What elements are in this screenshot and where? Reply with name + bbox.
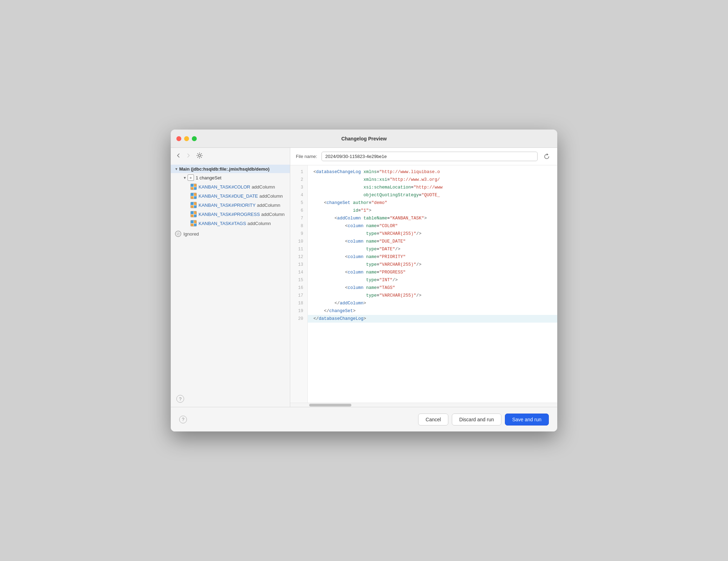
list-item[interactable]: KANBAN_TASK#TAGS addColumn [171,219,290,228]
expand-arrow-changeset: ▼ [182,175,188,180]
column-icon [190,202,197,208]
tree-container: ▼ Main (jdbc:hsqldb:file:.jmix/hsqldb/de… [171,163,290,391]
code-line: id="1"> [308,207,557,214]
ignored-section: ⊘ Ignored [171,228,290,240]
refresh-icon[interactable] [542,152,552,161]
bottom-bar: ? Cancel Discard and run Save and run [171,407,557,431]
code-line: type="DATE"/> [308,245,557,253]
code-line: type="VARCHAR(255)"/> [308,292,557,299]
help-button[interactable]: ? [179,416,187,423]
column-icon [190,184,197,190]
code-line: objectQuotingStrategy="QUOTE_ [308,191,557,199]
code-line: xsi:schemaLocation="http://www [308,184,557,191]
code-content[interactable]: <databaseChangeLog xmlns="http://www.liq… [308,165,557,403]
changeset-label: 1 changeSet [196,175,221,180]
changeset-icon: ≡ [188,174,194,181]
discard-and-run-button[interactable]: Discard and run [452,414,501,425]
left-bottom: ? [171,391,290,407]
scrollbar-thumb[interactable] [309,404,351,407]
toolbar [171,148,290,163]
back-icon[interactable] [175,152,182,159]
ignored-label: Ignored [183,231,199,237]
code-line: type="INT"/> [308,276,557,284]
root-label: Main (jdbc:hsqldb:file:.jmix/hsqldb/demo… [179,166,269,172]
code-line: <changeSet author="demo" [308,199,557,207]
horizontal-scrollbar[interactable] [290,403,557,407]
maximize-button[interactable] [192,136,197,141]
file-name-bar: File name: [290,148,557,165]
save-and-run-button[interactable]: Save and run [505,414,549,425]
code-line: </addColumn> [308,299,557,307]
bottom-left-area: ? [179,416,187,423]
list-item[interactable]: KANBAN_TASK#PROGRESS addColumn [171,210,290,219]
code-line: <column name="TAGS" [308,284,557,292]
code-line: <column name="COLOR" [308,222,557,230]
ignored-icon: ⊘ [175,231,181,237]
code-line: <databaseChangeLog xmlns="http://www.liq… [308,168,557,176]
close-button[interactable] [176,136,181,141]
minimize-button[interactable] [184,136,189,141]
content-area: ▼ Main (jdbc:hsqldb:file:.jmix/hsqldb/de… [171,148,557,407]
list-item[interactable]: KANBAN_TASK#DUE_DATE addColumn [171,191,290,200]
column-icon [190,220,197,226]
help-icon[interactable]: ? [176,395,184,403]
cancel-button[interactable]: Cancel [418,414,448,425]
main-window: Changelog Preview [171,130,557,431]
left-panel: ▼ Main (jdbc:hsqldb:file:.jmix/hsqldb/de… [171,148,290,407]
code-line: <addColumn tableName="KANBAN_TASK"> [308,214,557,222]
list-item[interactable]: KANBAN_TASK#PRIORITY addColumn [171,200,290,210]
code-line: </databaseChangeLog> [308,315,557,323]
file-name-label: File name: [296,154,317,159]
tree-root[interactable]: ▼ Main (jdbc:hsqldb:file:.jmix/hsqldb/de… [171,165,290,173]
code-area: 1 2 3 4 5 6 7 8 9 10 11 12 13 14 15 16 1 [290,165,557,403]
svg-point-0 [199,154,201,157]
right-panel: File name: 1 2 3 4 5 6 7 [290,148,557,407]
tree-changeset[interactable]: ▼ ≡ 1 changeSet [171,173,290,182]
line-numbers: 1 2 3 4 5 6 7 8 9 10 11 12 13 14 15 16 1 [290,165,308,403]
file-name-input[interactable] [321,152,538,161]
code-line: xmlns:xsi="http://www.w3.org/ [308,176,557,184]
code-line: <column name="PROGRESS" [308,269,557,276]
code-line: type="VARCHAR(255)"/> [308,261,557,269]
column-icon [190,193,197,199]
code-line: type="VARCHAR(255)"/> [308,230,557,238]
list-item[interactable]: KANBAN_TASK#COLOR addColumn [171,182,290,191]
code-line: </changeSet> [308,307,557,315]
forward-icon[interactable] [186,152,193,159]
window-title: Changelog Preview [341,136,386,141]
code-line: <column name="DUE_DATE" [308,238,557,245]
traffic-lights [176,136,197,141]
code-line: <column name="PRIORITY" [308,253,557,261]
expand-arrow-root: ▼ [174,166,179,172]
titlebar: Changelog Preview [171,130,557,148]
column-icon [190,211,197,217]
settings-icon[interactable] [196,152,203,159]
bottom-buttons: Cancel Discard and run Save and run [418,414,549,425]
